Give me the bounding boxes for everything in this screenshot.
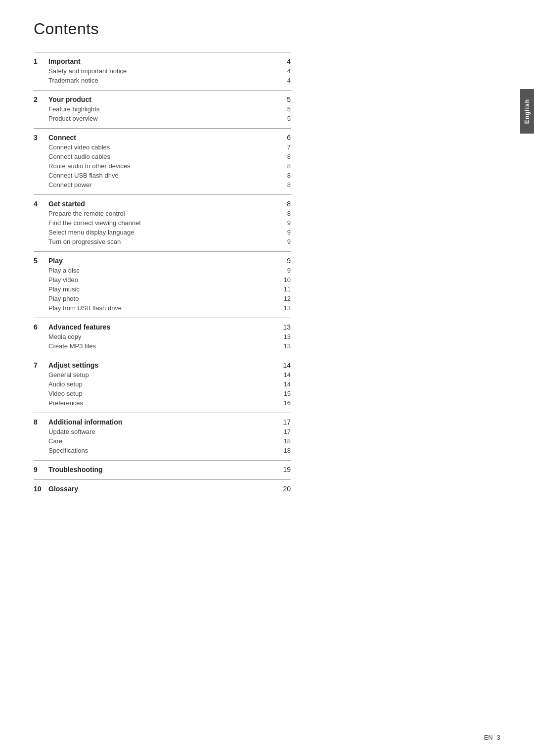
section-row-9[interactable]: 9Troubleshooting19 <box>34 463 291 474</box>
sub-title: Route audio to other devices <box>48 162 276 170</box>
section-title-8: Additional information <box>48 418 276 426</box>
section-row-3[interactable]: 3Connect6 <box>34 131 291 142</box>
sub-title: Find the correct viewing channel <box>48 219 276 227</box>
sub-title: General setup <box>48 371 276 378</box>
sub-title: Audio setup <box>48 380 276 388</box>
list-item[interactable]: Prepare the remote control8 <box>34 209 291 218</box>
list-item[interactable]: General setup14 <box>34 370 291 379</box>
list-item[interactable]: Update software17 <box>34 427 291 436</box>
list-item[interactable]: Play a disc9 <box>34 266 291 275</box>
list-item[interactable]: Connect power8 <box>34 180 291 189</box>
section-page-8: 17 <box>276 418 291 426</box>
list-item[interactable]: Safety and important notice4 <box>34 66 291 76</box>
section-row-7[interactable]: 7Adjust settings14 <box>34 358 291 370</box>
section-1: 1Important4Safety and important notice4T… <box>34 52 291 90</box>
list-item[interactable]: Play photo12 <box>34 294 291 303</box>
sub-title: Connect power <box>48 181 276 189</box>
section-5: 5Play9Play a disc9Play video10Play music… <box>34 251 291 318</box>
list-item[interactable]: Care18 <box>34 436 291 446</box>
sub-title: Connect video cables <box>48 143 276 151</box>
section-7: 7Adjust settings14General setup14Audio s… <box>34 356 291 413</box>
list-item[interactable]: Connect USB flash drive8 <box>34 171 291 180</box>
footer-lang: EN <box>484 734 493 741</box>
sub-page: 18 <box>276 437 291 445</box>
sub-page: 10 <box>276 276 291 284</box>
section-num-7: 7 <box>34 361 48 369</box>
sub-page: 7 <box>276 143 291 151</box>
section-num-2: 2 <box>34 95 48 103</box>
page-title: Contents <box>34 20 291 38</box>
section-num-4: 4 <box>34 200 48 208</box>
list-item[interactable]: Video setup15 <box>34 389 291 398</box>
sub-title: Select menu display language <box>48 229 276 236</box>
section-row-10[interactable]: 10Glossary20 <box>34 482 291 494</box>
sub-page: 8 <box>276 162 291 170</box>
section-row-8[interactable]: 8Additional information17 <box>34 415 291 427</box>
sub-title: Media copy <box>48 333 276 340</box>
section-4: 4Get started8Prepare the remote control8… <box>34 194 291 251</box>
sub-page: 13 <box>276 304 291 312</box>
list-item[interactable]: Play music11 <box>34 284 291 294</box>
sub-page: 18 <box>276 447 291 454</box>
section-num-1: 1 <box>34 57 48 65</box>
sub-title: Product overview <box>48 115 276 122</box>
sub-page: 13 <box>276 333 291 340</box>
section-title-10: Glossary <box>48 485 276 493</box>
sub-page: 8 <box>276 172 291 179</box>
section-title-2: Your product <box>48 95 276 103</box>
list-item[interactable]: Audio setup14 <box>34 379 291 389</box>
list-item[interactable]: Preferences16 <box>34 398 291 408</box>
list-item[interactable]: Product overview5 <box>34 114 291 123</box>
section-row-5[interactable]: 5Play9 <box>34 254 291 266</box>
sub-title: Play a disc <box>48 267 276 274</box>
section-num-5: 5 <box>34 257 48 265</box>
list-item[interactable]: Turn on progressive scan9 <box>34 237 291 246</box>
list-item[interactable]: Play video10 <box>34 275 291 284</box>
list-item[interactable]: Specifications18 <box>34 446 291 455</box>
section-row-4[interactable]: 4Get started8 <box>34 197 291 209</box>
section-row-2[interactable]: 2Your product5 <box>34 93 291 104</box>
section-num-9: 9 <box>34 466 48 473</box>
section-title-4: Get started <box>48 200 276 208</box>
list-item[interactable]: Trademark notice4 <box>34 76 291 85</box>
main-content: Contents 1Important4Safety and important… <box>34 20 291 499</box>
list-item[interactable]: Select menu display language9 <box>34 228 291 237</box>
sub-page: 5 <box>276 105 291 113</box>
section-page-5: 9 <box>276 257 291 265</box>
sub-page: 15 <box>276 390 291 397</box>
sub-page: 4 <box>276 67 291 75</box>
sub-page: 9 <box>276 267 291 274</box>
section-2: 2Your product5Feature highlights5Product… <box>34 90 291 128</box>
page-container: English Contents 1Important4Safety and i… <box>0 0 534 756</box>
section-page-7: 14 <box>276 361 291 369</box>
section-num-10: 10 <box>34 485 48 493</box>
sub-title: Create MP3 files <box>48 342 276 350</box>
list-item[interactable]: Connect video cables7 <box>34 142 291 152</box>
section-title-5: Play <box>48 257 276 265</box>
section-num-6: 6 <box>34 323 48 331</box>
section-title-9: Troubleshooting <box>48 466 276 473</box>
section-row-1[interactable]: 1Important4 <box>34 54 291 66</box>
section-8: 8Additional information17Update software… <box>34 413 291 460</box>
list-item[interactable]: Connect audio cables8 <box>34 152 291 161</box>
sub-page: 5 <box>276 115 291 122</box>
section-page-9: 19 <box>276 466 291 473</box>
sub-page: 11 <box>276 285 291 293</box>
list-item[interactable]: Play from USB flash drive13 <box>34 303 291 313</box>
list-item[interactable]: Find the correct viewing channel9 <box>34 218 291 228</box>
list-item[interactable]: Create MP3 files13 <box>34 341 291 351</box>
sub-title: Play music <box>48 285 276 293</box>
sub-title: Play from USB flash drive <box>48 304 276 312</box>
list-item[interactable]: Media copy13 <box>34 332 291 341</box>
section-6: 6Advanced features13Media copy13Create M… <box>34 318 291 356</box>
sub-title: Prepare the remote control <box>48 210 276 217</box>
footer-page: 3 <box>497 734 500 741</box>
list-item[interactable]: Route audio to other devices8 <box>34 161 291 171</box>
sub-title: Specifications <box>48 447 276 454</box>
section-row-6[interactable]: 6Advanced features13 <box>34 320 291 332</box>
section-title-3: Connect <box>48 134 276 142</box>
section-9: 9Troubleshooting19 <box>34 460 291 479</box>
list-item[interactable]: Feature highlights5 <box>34 104 291 114</box>
sub-page: 16 <box>276 399 291 407</box>
section-page-1: 4 <box>276 57 291 65</box>
